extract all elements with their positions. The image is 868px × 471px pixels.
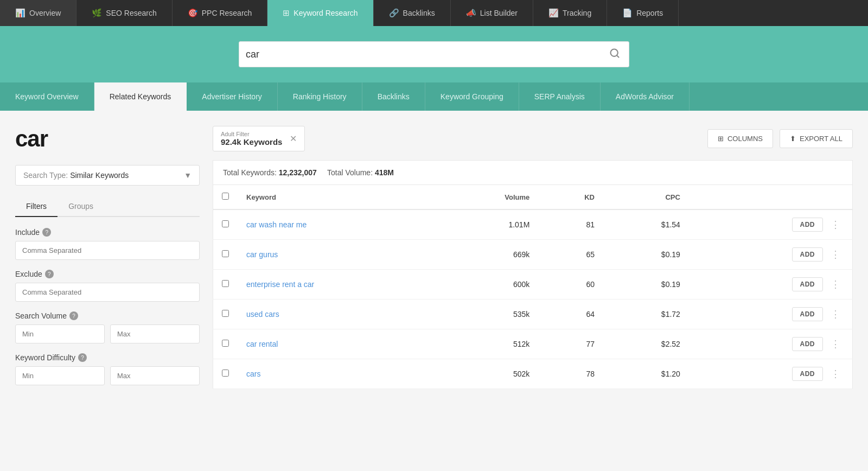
export-icon: ⬆ [790,135,796,143]
search-type-value: Similar Keywords [70,171,129,180]
row-checkbox-4[interactable] [222,340,229,347]
nav-item-ppc-research[interactable]: 🎯 PPC Research [173,0,268,26]
keyword-link-3[interactable]: used cars [246,310,279,319]
table-row: used cars 535k 64 $1.72 ADD ⋮ [213,300,853,329]
keyword-link-5[interactable]: cars [246,370,260,378]
columns-icon: ⊞ [718,135,724,143]
row-kd-3: 64 [538,300,603,329]
volume-label: Search Volume ? [15,311,200,320]
filter-tab-filters[interactable]: Filters [15,196,58,217]
filter-volume-section: Search Volume ? [15,311,200,343]
nav-item-keyword-research[interactable]: ⊞ Keyword Research [267,0,373,26]
row-checkbox-1[interactable] [222,250,229,257]
filter-kd-section: Keyword Difficulty ? [15,353,200,385]
keyword-research-icon: ⊞ [283,8,290,18]
more-options-button-3[interactable]: ⋮ [827,307,844,321]
tab-ranking-history[interactable]: Ranking History [278,82,362,111]
nav-item-list-builder[interactable]: 📣 List Builder [451,0,533,26]
export-label: EXPORT ALL [800,135,843,143]
add-button-3[interactable]: ADD [792,307,824,321]
adult-filter-close-button[interactable]: ✕ [290,133,297,144]
row-kd-0: 81 [538,209,603,240]
keyword-link-4[interactable]: car rental [246,340,278,348]
nav-label-backlinks: Backlinks [403,9,435,17]
nav-label-list-builder: List Builder [480,9,518,17]
more-options-button-1[interactable]: ⋮ [827,247,844,262]
select-all-checkbox[interactable] [222,193,229,200]
exclude-help-icon[interactable]: ? [45,270,54,278]
add-button-4[interactable]: ADD [792,337,824,351]
keyword-link-2[interactable]: enterprise rent a car [246,280,314,289]
right-panel: Adult Filter 92.4k Keywords ✕ ⊞ COLUMNS … [213,126,853,471]
search-type-dropdown[interactable]: Search Type: Similar Keywords ▼ [15,165,200,186]
search-button[interactable] [607,48,622,61]
filter-include-section: Include ? [15,228,200,260]
tab-advertiser-history[interactable]: Advertiser History [187,82,277,111]
kd-min-input[interactable] [15,366,105,385]
more-options-button-2[interactable]: ⋮ [827,277,844,291]
row-cpc-3: $1.72 [603,300,689,329]
adult-filter-label: Adult Filter [221,131,282,137]
total-volume-value: 418M [375,168,394,177]
row-cpc-4: $2.52 [603,329,689,359]
nav-item-tracking[interactable]: 📈 Tracking [533,0,607,26]
nav-label-overview: Overview [29,9,61,17]
th-actions [689,185,853,210]
nav-item-seo-research[interactable]: 🌿 SEO Research [76,0,172,26]
kd-max-input[interactable] [110,366,200,385]
search-type-label: Search Type: [23,171,68,180]
kd-help-icon[interactable]: ? [78,353,87,362]
row-volume-0: 1.01M [439,209,539,240]
row-checkbox-3[interactable] [222,310,229,317]
th-select-all[interactable] [213,185,238,210]
tracking-icon: 📈 [548,8,559,18]
row-volume-3: 535k [439,300,539,329]
include-input[interactable] [15,241,200,260]
more-options-button-5[interactable]: ⋮ [827,367,844,381]
row-volume-4: 512k [439,329,539,359]
include-help-icon[interactable]: ? [42,228,51,237]
tab-related-keywords[interactable]: Related Keywords [94,82,187,111]
main-content: car Search Type: Similar Keywords ▼ Filt… [0,111,868,471]
volume-help-icon[interactable]: ? [69,311,78,320]
nav-label-seo-research: SEO Research [106,9,156,17]
filter-tab-groups[interactable]: Groups [58,196,104,217]
volume-min-input[interactable] [15,324,105,343]
volume-max-input[interactable] [110,324,200,343]
tab-adwords-advisor[interactable]: AdWords Advisor [601,82,690,111]
columns-button[interactable]: ⊞ COLUMNS [707,129,773,148]
th-volume: Volume [439,185,539,210]
keyword-link-1[interactable]: car gurus [246,250,278,259]
nav-label-ppc-research: PPC Research [202,9,252,17]
add-button-2[interactable]: ADD [792,277,824,291]
table-row: car gurus 669k 65 $0.19 ADD ⋮ [213,240,853,270]
exclude-input[interactable] [15,283,200,302]
active-filters-bar: Adult Filter 92.4k Keywords ✕ ⊞ COLUMNS … [213,126,853,151]
tab-keyword-overview[interactable]: Keyword Overview [0,82,94,111]
search-input[interactable]: car [246,49,607,60]
row-checkbox-5[interactable] [222,370,229,377]
export-all-button[interactable]: ⬆ EXPORT ALL [780,129,853,148]
add-button-0[interactable]: ADD [792,218,824,232]
more-options-button-0[interactable]: ⋮ [827,218,844,232]
total-volume-label: Total Volume: [327,168,373,177]
keyword-link-0[interactable]: car wash near me [246,220,307,229]
total-keywords-value: 12,232,007 [279,168,317,177]
nav-item-reports[interactable]: 📄 Reports [607,0,679,26]
nav-item-backlinks[interactable]: 🔗 Backlinks [374,0,451,26]
add-button-5[interactable]: ADD [792,367,824,381]
tab-backlinks[interactable]: Backlinks [362,82,425,111]
reports-icon: 📄 [622,8,633,18]
total-keywords-label: Total Keywords: [223,168,277,177]
tab-keyword-grouping[interactable]: Keyword Grouping [425,82,519,111]
table-row: car wash near me 1.01M 81 $1.54 ADD ⋮ [213,209,853,240]
more-options-button-4[interactable]: ⋮ [827,337,844,351]
ppc-research-icon: 🎯 [188,8,198,18]
row-checkbox-2[interactable] [222,280,229,287]
nav-item-overview[interactable]: 📊 Overview [0,0,76,26]
tab-serp-analysis[interactable]: SERP Analysis [519,82,601,111]
add-button-1[interactable]: ADD [792,247,824,262]
table-row: cars 502k 78 $1.20 ADD ⋮ [213,359,853,389]
row-checkbox-0[interactable] [222,220,229,227]
search-box: car [239,41,629,67]
